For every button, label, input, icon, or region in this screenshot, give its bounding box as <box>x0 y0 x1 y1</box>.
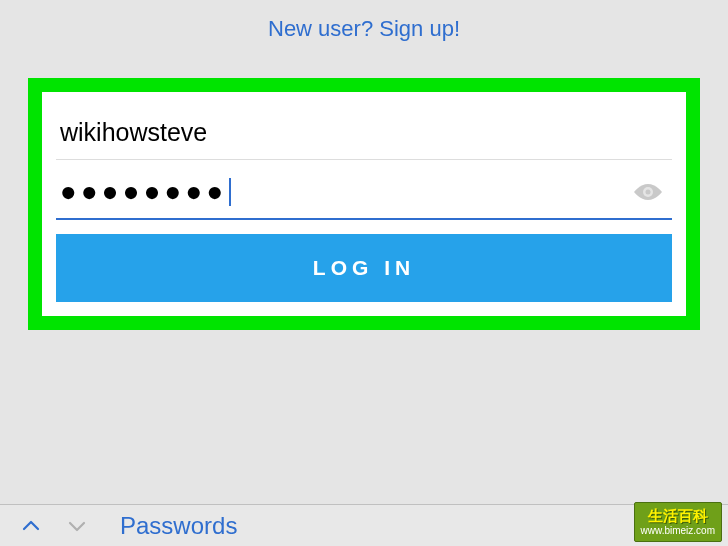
next-field-chevron-down-icon[interactable] <box>66 515 88 537</box>
text-cursor <box>229 178 231 206</box>
login-button[interactable]: LOG IN <box>56 234 672 302</box>
login-form-highlight: ●●●●●●●● LOG IN <box>28 78 700 330</box>
password-input[interactable]: ●●●●●●●● <box>60 178 628 206</box>
keyboard-accessory-bar: Passwords <box>0 504 728 546</box>
watermark-badge: 生活百科 www.bimeiz.com <box>634 502 722 542</box>
svg-point-1 <box>646 190 651 195</box>
password-row: ●●●●●●●● <box>56 160 672 220</box>
watermark-url: www.bimeiz.com <box>641 525 715 537</box>
show-password-eye-icon[interactable] <box>628 181 668 203</box>
password-masked-value: ●●●●●●●● <box>60 178 227 206</box>
passwords-autofill-button[interactable]: Passwords <box>120 512 237 540</box>
prev-field-chevron-up-icon[interactable] <box>20 515 42 537</box>
watermark-title: 生活百科 <box>641 507 715 525</box>
login-form-card: ●●●●●●●● LOG IN <box>42 92 686 316</box>
signup-link[interactable]: New user? Sign up! <box>0 0 728 70</box>
username-input[interactable] <box>56 104 672 160</box>
